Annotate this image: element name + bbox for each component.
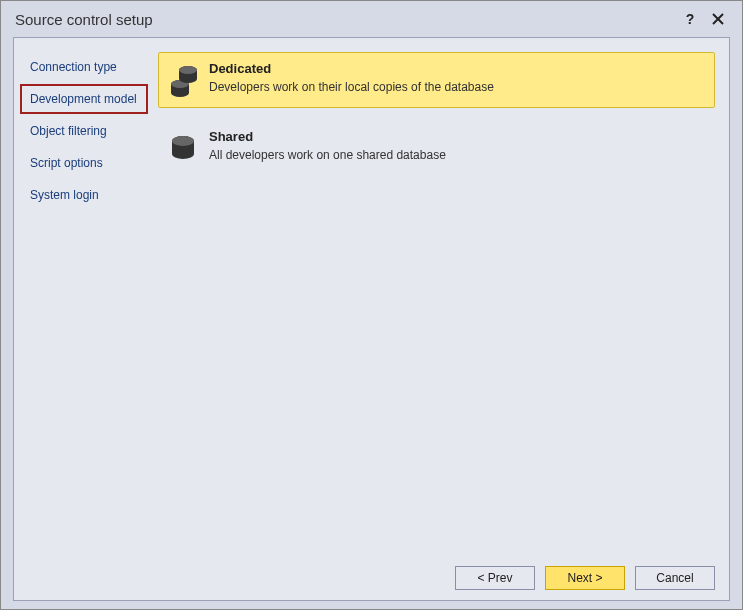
sidebar-item-development-model[interactable]: Development model bbox=[20, 84, 148, 114]
button-bar: < Prev Next > Cancel bbox=[14, 556, 729, 600]
svg-point-9 bbox=[179, 66, 197, 74]
option-title: Shared bbox=[209, 129, 446, 144]
sidebar-item-object-filtering[interactable]: Object filtering bbox=[20, 116, 148, 146]
svg-point-8 bbox=[179, 75, 197, 83]
cancel-button[interactable]: Cancel bbox=[635, 566, 715, 590]
sidebar-item-label: Connection type bbox=[30, 60, 117, 74]
option-description: All developers work on one shared databa… bbox=[209, 148, 446, 162]
option-text: Shared All developers work on one shared… bbox=[209, 129, 446, 162]
main-panel: Dedicated Developers work on their local… bbox=[154, 48, 729, 556]
option-dedicated[interactable]: Dedicated Developers work on their local… bbox=[158, 52, 715, 108]
option-title: Dedicated bbox=[209, 61, 494, 76]
option-text: Dedicated Developers work on their local… bbox=[209, 61, 494, 94]
prev-button[interactable]: < Prev bbox=[455, 566, 535, 590]
sidebar-item-connection-type[interactable]: Connection type bbox=[20, 52, 148, 82]
sidebar-item-label: Object filtering bbox=[30, 124, 107, 138]
sidebar-item-label: System login bbox=[30, 188, 99, 202]
option-description: Developers work on their local copies of… bbox=[209, 80, 494, 94]
svg-point-4 bbox=[171, 89, 189, 97]
help-icon[interactable]: ? bbox=[676, 5, 704, 33]
database-icon bbox=[169, 63, 199, 99]
sidebar-item-script-options[interactable]: Script options bbox=[20, 148, 148, 178]
option-shared[interactable]: Shared All developers work on one shared… bbox=[158, 120, 715, 176]
sidebar-item-system-login[interactable]: System login bbox=[20, 180, 148, 210]
wizard-sidebar: Connection type Development model Object… bbox=[14, 48, 154, 556]
close-icon[interactable] bbox=[704, 5, 732, 33]
sidebar-item-label: Script options bbox=[30, 156, 103, 170]
svg-point-12 bbox=[172, 149, 194, 159]
dialog-body: Connection type Development model Object… bbox=[13, 37, 730, 601]
sidebar-item-label: Development model bbox=[30, 92, 137, 106]
next-button[interactable]: Next > bbox=[545, 566, 625, 590]
svg-point-13 bbox=[172, 136, 194, 146]
dialog-window: Source control setup ? Connection type D… bbox=[0, 0, 743, 610]
database-icon bbox=[169, 131, 199, 167]
titlebar: Source control setup ? bbox=[1, 1, 742, 37]
window-title: Source control setup bbox=[15, 11, 676, 28]
content-area: Connection type Development model Object… bbox=[14, 38, 729, 556]
